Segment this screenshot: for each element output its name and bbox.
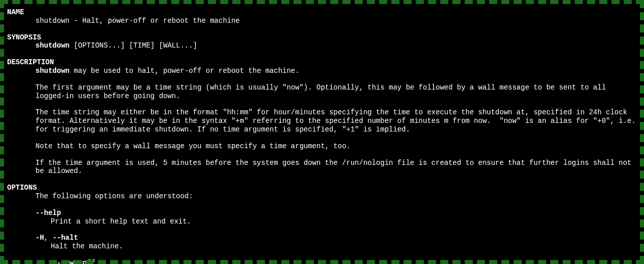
option-poweroff-long: --poweroff xyxy=(53,259,95,264)
synopsis-line: shutdown [OPTIONS...] [TIME] [WALL...] xyxy=(7,41,637,50)
description-para4: If the time argument is used, 5 minutes … xyxy=(7,159,637,176)
options-intro: The following options are understood: xyxy=(7,192,637,201)
description-intro: shutdown may be used to halt, power-off … xyxy=(7,67,637,75)
name-line: shutdown - Halt, power-off or reboot the… xyxy=(7,17,637,25)
section-header-name: NAME xyxy=(7,8,637,17)
option-halt-flags: -H, --halt xyxy=(7,234,637,242)
option-sep: , xyxy=(44,234,53,242)
option-poweroff-flags: -P, --poweroff xyxy=(7,259,637,264)
description-para2: The time string may either be in the for… xyxy=(7,108,637,134)
synopsis-cmd: shutdown xyxy=(35,41,69,50)
section-header-options: OPTIONS xyxy=(7,184,637,192)
option-halt-short: -H xyxy=(35,234,44,242)
description-para1: The first argument may be a time string … xyxy=(7,83,637,101)
description-intro-text: may be used to halt, power-off or reboot… xyxy=(69,67,299,75)
synopsis-args: [OPTIONS...] [TIME] [WALL...] xyxy=(69,41,197,50)
section-header-description: DESCRIPTION xyxy=(7,58,637,67)
option-help-flag: --help xyxy=(7,209,637,217)
description-cmd: shutdown xyxy=(35,67,69,75)
option-halt-long: --halt xyxy=(53,234,78,242)
option-help-desc: Print a short help text and exit. xyxy=(7,217,637,226)
option-poweroff-short: -P xyxy=(35,259,44,264)
option-sep: , xyxy=(44,259,53,264)
option-halt-desc: Halt the machine. xyxy=(7,242,637,251)
manpage-content: NAME shutdown - Halt, power-off or reboo… xyxy=(7,4,637,264)
description-para3: Note that to specify a wall message you … xyxy=(7,142,637,151)
section-header-synopsis: SYNOPSIS xyxy=(7,33,637,42)
